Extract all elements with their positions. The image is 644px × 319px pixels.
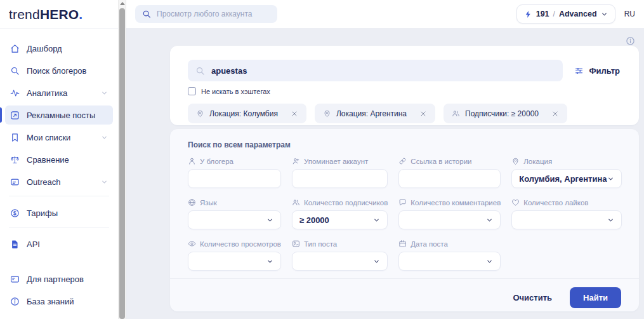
topbar-right: 191 / Advanced RU xyxy=(516,4,635,24)
chip-location-colombia: Локация: Колумбия xyxy=(188,104,306,123)
close-icon[interactable] xyxy=(419,110,427,118)
search-icon xyxy=(142,10,151,18)
sidebar-item-label: Поиск блогеров xyxy=(27,66,87,76)
chevron-down-icon xyxy=(266,217,273,224)
location-select[interactable]: Колумбия, Аргентина xyxy=(511,169,621,188)
sidebar-item-my-lists[interactable]: Мои списки xyxy=(5,128,113,147)
field-story-link: Ссылка в истории xyxy=(398,157,501,188)
likes-count-select[interactable] xyxy=(511,210,621,229)
location-select-value: Колумбия, Аргентина xyxy=(519,174,607,184)
search-submit-button[interactable]: Найти xyxy=(570,287,621,308)
parameters-panel: Поиск по всем параметрам У блогера Упоми… xyxy=(170,129,639,311)
post-date-select[interactable] xyxy=(398,252,501,271)
location-icon xyxy=(196,109,204,118)
field-mentions-account: Упоминает аккаунт xyxy=(292,157,388,188)
hashtag-checkbox-label: Не искать в хэштегах xyxy=(201,88,270,95)
app-window: trendHERO. Дашборд Поиск блогеров Аналит… xyxy=(0,0,644,319)
scrollbar-up-arrow[interactable] xyxy=(120,2,125,5)
chevron-down-icon xyxy=(101,134,108,141)
sidebar-item-label: Мои списки xyxy=(27,133,70,142)
keyword-search-field[interactable] xyxy=(188,60,563,81)
close-icon[interactable] xyxy=(551,110,559,118)
field-label: Ссылка в истории xyxy=(411,158,471,165)
sidebar: trendHERO. Дашборд Поиск блогеров Аналит… xyxy=(0,0,118,319)
bookmark-icon xyxy=(10,133,20,142)
sidebar-item-label: Тарифы xyxy=(27,208,58,218)
sidebar-item-knowledge-base[interactable]: База знаний xyxy=(5,292,113,311)
mentions-account-input[interactable] xyxy=(299,174,380,184)
sidebar-item-label: Рекламные посты xyxy=(27,111,95,120)
home-icon xyxy=(10,44,20,53)
chevron-down-icon xyxy=(607,217,614,224)
info-icon[interactable] xyxy=(626,36,635,46)
outreach-icon xyxy=(10,177,20,187)
field-likes-count: Количество лайков xyxy=(511,198,621,229)
account-search[interactable] xyxy=(135,5,277,23)
search-panel: Фильтр Не искать в хэштегах Локация: Кол… xyxy=(170,46,639,125)
keyword-search-input[interactable] xyxy=(211,66,555,76)
plan-dropdown[interactable]: 191 / Advanced xyxy=(516,4,615,24)
chevron-down-icon xyxy=(607,175,614,182)
sidebar-item-label: База знаний xyxy=(27,297,74,306)
close-icon[interactable] xyxy=(291,110,298,118)
hashtag-checkbox[interactable] xyxy=(188,87,196,95)
chevron-down-icon xyxy=(101,90,108,97)
filter-button[interactable]: Фильтр xyxy=(573,66,621,76)
info-icon xyxy=(10,297,20,306)
search-icon xyxy=(10,66,20,76)
eye-icon xyxy=(188,240,196,248)
post-type-select[interactable] xyxy=(292,252,388,271)
mention-icon xyxy=(292,157,300,165)
followers-count-select[interactable]: ≥ 20000 xyxy=(292,210,388,229)
comments-count-select[interactable] xyxy=(398,210,501,229)
sidebar-item-ad-posts[interactable]: Рекламные посты xyxy=(5,105,113,125)
logo-hero: HERO xyxy=(40,7,79,22)
account-search-input[interactable] xyxy=(157,10,270,18)
sidebar-nav: Дашборд Поиск блогеров Аналитика Рекламн… xyxy=(0,29,118,257)
views-count-select[interactable] xyxy=(188,252,281,271)
logo[interactable]: trendHERO. xyxy=(0,0,118,29)
scrollbar-thumb[interactable] xyxy=(119,8,125,319)
topbar: 191 / Advanced RU xyxy=(126,0,644,28)
sidebar-item-partners[interactable]: Для партнеров xyxy=(5,269,113,288)
filter-icon xyxy=(574,66,584,76)
sidebar-item-outreach[interactable]: Outreach xyxy=(5,172,113,191)
link-icon xyxy=(398,157,407,165)
sidebar-item-tariffs[interactable]: Тарифы xyxy=(5,203,113,222)
chip-label: Локация: Колумбия xyxy=(209,109,278,118)
filter-button-label: Фильтр xyxy=(589,66,620,76)
language-switcher[interactable]: RU xyxy=(624,10,635,18)
globe-icon xyxy=(188,198,196,207)
followers-icon xyxy=(292,198,300,207)
plan-name: Advanced xyxy=(559,10,597,18)
sidebar-item-search-bloggers[interactable]: Поиск блогеров xyxy=(5,61,113,80)
story-link-input[interactable] xyxy=(406,174,493,184)
field-followers-count: Количество подписчиков ≥ 20000 xyxy=(292,198,388,229)
chevron-down-icon xyxy=(373,217,380,224)
parameters-grid: У блогера Упоминает аккаунт Ссылка в ист… xyxy=(188,157,621,271)
person-icon xyxy=(188,157,196,165)
sidebar-item-api[interactable]: API xyxy=(5,234,113,254)
sidebar-item-label: Сравнение xyxy=(27,155,69,165)
by-blogger-input[interactable] xyxy=(195,174,273,184)
form-footer: Очистить Найти xyxy=(188,279,621,308)
lightning-icon xyxy=(524,10,532,18)
sidebar-item-analytics[interactable]: Аналитика xyxy=(5,83,113,102)
analytics-icon xyxy=(10,88,20,98)
content-area: Фильтр Не искать в хэштегах Локация: Кол… xyxy=(126,28,644,319)
sidebar-item-comparison[interactable]: Сравнение xyxy=(5,150,113,169)
language-select[interactable] xyxy=(188,210,281,229)
sidebar-item-dashboard[interactable]: Дашборд xyxy=(5,39,113,58)
followers-count-value: ≥ 20000 xyxy=(299,215,329,225)
credits-separator: / xyxy=(553,10,555,18)
clear-button[interactable]: Очистить xyxy=(513,293,552,302)
field-by-blogger: У блогера xyxy=(188,157,281,188)
dollar-icon xyxy=(10,208,20,218)
sidebar-divider xyxy=(9,196,109,196)
followers-icon xyxy=(452,109,460,118)
field-label: Количество комментариев xyxy=(411,199,501,207)
field-label: Упоминает аккаунт xyxy=(304,158,368,165)
sidebar-scrollbar[interactable] xyxy=(118,0,126,319)
field-views-count: Количество просмотров xyxy=(188,240,281,271)
field-location: Локация Колумбия, Аргентина xyxy=(511,157,621,188)
